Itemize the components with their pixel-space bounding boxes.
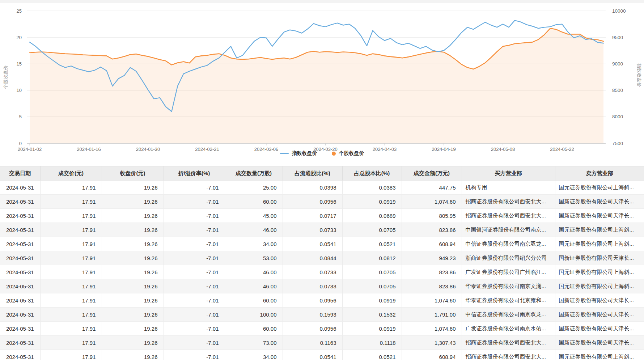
table-cell: 60.00 [225, 322, 283, 336]
table-cell: 0.0705 [342, 265, 402, 279]
table-cell: 广发证券股份有限公司广州临江... [462, 265, 555, 279]
table-cell: 100.00 [225, 308, 283, 322]
table-cell: 46.00 [225, 279, 283, 293]
table-cell: 0.0689 [342, 209, 402, 223]
table-cell: 0.0956 [283, 195, 342, 209]
table-cell: 0.0956 [283, 322, 342, 336]
table-cell: 国元证券股份有限公司上海斜... [555, 279, 644, 293]
svg-text:20: 20 [17, 35, 22, 40]
table-cell: 1,074.60 [402, 293, 462, 308]
table-cell: 中信证券股份有限公司南京双龙... [462, 237, 555, 251]
table-row: 2024-05-3117.9119.26-7.0173.000.11630.11… [0, 336, 644, 350]
legend-label-index: 指数收盘价 [292, 150, 317, 157]
table-cell: 19.26 [102, 322, 164, 336]
svg-text:0: 0 [19, 141, 22, 146]
stock-dot-marker-icon [332, 152, 336, 156]
table-cell: 34.00 [225, 350, 283, 360]
table-cell: 46.00 [225, 223, 283, 237]
legend-item-index[interactable]: 指数收盘价 [280, 150, 317, 157]
svg-text:9500: 9500 [612, 35, 623, 40]
column-header-6: 占总股本比(%) [342, 166, 402, 181]
table-cell: 2024-05-31 [0, 279, 40, 293]
table-cell: 2024-05-31 [0, 209, 40, 223]
chart-legend: 指数收盘价 个股收盘价 [0, 148, 644, 159]
table-cell: 17.91 [40, 308, 102, 322]
table-cell: 17.91 [40, 265, 102, 279]
table-cell: 19.26 [102, 237, 164, 251]
table-cell: 国元证券股份有限公司上海斜... [555, 237, 644, 251]
table-cell: 国元证券股份有限公司上海斜... [555, 350, 644, 360]
table-cell: 国元证券股份有限公司上海斜... [555, 181, 644, 195]
table-cell: 0.0733 [283, 265, 342, 279]
table-cell: 19.26 [102, 181, 164, 195]
svg-text:10000: 10000 [612, 8, 626, 14]
table-cell: 0.1593 [283, 308, 342, 322]
table-cell: 0.0844 [283, 251, 342, 265]
table-cell: 0.0705 [342, 279, 402, 293]
table-cell: 2024-05-31 [0, 336, 40, 350]
table-cell: 招商证券股份有限公司西安北大... [462, 195, 555, 209]
table-cell: 17.91 [40, 350, 102, 360]
table-cell: 17.91 [40, 336, 102, 350]
table-cell: 17.91 [40, 322, 102, 336]
table-cell: 招商证券股份有限公司西安北大... [462, 336, 555, 350]
table-cell: 60.00 [225, 293, 283, 308]
table-cell: 机构专用 [462, 181, 555, 195]
table-cell: 2024-05-31 [0, 265, 40, 279]
table-cell: 17.91 [40, 209, 102, 223]
table-row: 2024-05-3117.9119.26-7.0134.000.05410.05… [0, 350, 644, 360]
right-axis-title: 指数收盘价 [636, 63, 642, 87]
table-cell: 53.00 [225, 251, 283, 265]
svg-text:15: 15 [17, 61, 22, 67]
table-cell: 0.0733 [283, 279, 342, 293]
table-cell: 17.91 [40, 293, 102, 308]
table-cell: 2024-05-31 [0, 293, 40, 308]
top-divider [0, 0, 644, 3]
table-cell: 华泰证券股份有限公司北京雍和... [462, 293, 555, 308]
table-row: 2024-05-3117.9119.26-7.0146.000.07330.07… [0, 265, 644, 279]
svg-text:25: 25 [17, 8, 22, 14]
table-cell: 46.00 [225, 265, 283, 279]
table-cell: 17.91 [40, 181, 102, 195]
column-header-4: 成交数量(万股) [225, 166, 283, 181]
table-cell: 国新证券股份有限公司天津长... [555, 322, 644, 336]
price-chart: 075005800010850015900020950025100002024-… [0, 3, 644, 165]
table-header-row: 交易日期成交价(元)收盘价(元)折/溢价率(%)成交数量(万股)占流通股比(%)… [0, 166, 644, 181]
table-cell: 招商证券股份有限公司西安北大... [462, 209, 555, 223]
table-row: 2024-05-3117.9119.26-7.0153.000.08440.08… [0, 251, 644, 265]
legend-item-stock[interactable]: 个股收盘价 [332, 150, 364, 157]
table-cell: 0.0717 [283, 209, 342, 223]
table-cell: 2024-05-31 [0, 237, 40, 251]
table-cell: 国新证券股份有限公司天津长... [555, 195, 644, 209]
table-cell: 0.0733 [283, 223, 342, 237]
table-cell: 0.0541 [283, 350, 342, 360]
table-cell: -7.01 [164, 336, 225, 350]
table-cell: 2024-05-31 [0, 223, 40, 237]
table-cell: 17.91 [40, 195, 102, 209]
table-cell: 招商证券股份有限公司西安北大... [462, 350, 555, 360]
table-cell: -7.01 [164, 308, 225, 322]
table-cell: 19.26 [102, 336, 164, 350]
table-cell: 浙商证券股份有限公司绍兴分公司 [462, 251, 555, 265]
table-cell: 国元证券股份有限公司上海斜... [555, 223, 644, 237]
table-cell: 60.00 [225, 195, 283, 209]
table-cell: 0.0521 [342, 350, 402, 360]
table-cell: 0.0919 [342, 322, 402, 336]
legend-label-stock: 个股收盘价 [339, 150, 364, 157]
table-cell: -7.01 [164, 279, 225, 293]
column-header-8: 买方营业部 [462, 166, 555, 181]
table-cell: 25.00 [225, 181, 283, 195]
column-header-1: 成交价(元) [40, 166, 102, 181]
table-cell: 949.23 [402, 251, 462, 265]
chart-canvas[interactable]: 075005800010850015900020950025100002024-… [0, 3, 644, 165]
page: 075005800010850015900020950025100002024-… [0, 0, 644, 360]
svg-text:7500: 7500 [612, 141, 623, 146]
table-cell: -7.01 [164, 209, 225, 223]
table-cell: 1,074.60 [402, 322, 462, 336]
table-cell: 0.0705 [342, 223, 402, 237]
index-line-marker-icon [280, 153, 289, 154]
table-cell: -7.01 [164, 195, 225, 209]
table-cell: 45.00 [225, 209, 283, 223]
table-cell: 2024-05-31 [0, 350, 40, 360]
table-cell: -7.01 [164, 223, 225, 237]
